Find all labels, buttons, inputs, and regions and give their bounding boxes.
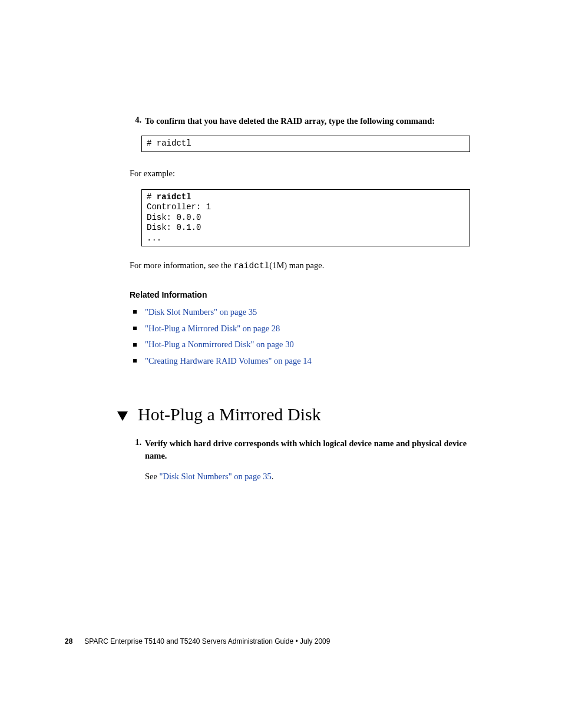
related-links-list: "Disk Slot Numbers" on page 35 "Hot-Plug… (130, 304, 470, 369)
step-4-number: 4. (130, 115, 141, 127)
xref-link[interactable]: "Creating Hardware RAID Volumes" on page… (145, 356, 312, 365)
step-4: 4. To confirm that you have deleted the … (130, 115, 470, 127)
raidctl-cmd-ref: raidctl (233, 261, 269, 271)
section-heading-row: Hot-Plug a Mirrored Disk (117, 404, 470, 424)
step-4-text: To confirm that you have deleted the RAI… (145, 115, 435, 127)
code-block-output: # raidctl Controller: 1 Disk: 0.0.0 Disk… (141, 189, 470, 247)
footer-title: SPARC Enterprise T5140 and T5240 Servers… (84, 637, 330, 645)
see-text: See "Disk Slot Numbers" on page 35. (145, 470, 470, 483)
section-title: Hot-Plug a Mirrored Disk (138, 404, 321, 424)
xref-link[interactable]: "Hot-Plug a Mirrored Disk" on page 28 (145, 324, 280, 333)
page-footer: 28 SPARC Enterprise T5140 and T5240 Serv… (65, 637, 471, 645)
code-prompt: # (147, 192, 157, 202)
step-1: 1. Verify which hard drive corresponds w… (130, 437, 470, 462)
code-output-body: Controller: 1 Disk: 0.0.0 Disk: 0.1.0 ..… (147, 202, 211, 243)
code-block-command: # raidctl (141, 136, 470, 152)
xref-link[interactable]: "Disk Slot Numbers" on page 35 (145, 307, 257, 317)
xref-link[interactable]: "Disk Slot Numbers" on page 35 (160, 472, 272, 481)
for-example-text: For example: (130, 167, 470, 180)
code-command-bold: raidctl (157, 192, 191, 202)
more-info-text: For more information, see the raidctl(1M… (130, 259, 470, 272)
related-information-heading: Related Information (130, 290, 470, 299)
svg-marker-0 (117, 411, 128, 421)
triangle-down-icon (117, 409, 128, 423)
list-item: "Creating Hardware RAID Volumes" on page… (130, 353, 470, 370)
step-1-number: 1. (130, 437, 141, 462)
step-1-text: Verify which hard drive corresponds with… (145, 437, 470, 462)
list-item: "Hot-Plug a Mirrored Disk" on page 28 (130, 321, 470, 337)
xref-link[interactable]: "Hot-Plug a Nonmirrored Disk" on page 30 (145, 340, 294, 349)
list-item: "Disk Slot Numbers" on page 35 (130, 304, 470, 321)
list-item: "Hot-Plug a Nonmirrored Disk" on page 30 (130, 337, 470, 353)
page-number: 28 (65, 637, 72, 645)
